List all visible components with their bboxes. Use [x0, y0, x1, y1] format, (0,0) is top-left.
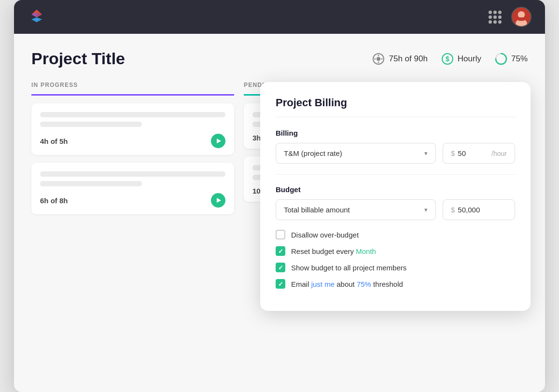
- top-nav: [14, 0, 545, 34]
- budget-currency-symbol: $: [451, 206, 455, 214]
- svg-point-12: [378, 55, 379, 56]
- project-title: Project Title: [31, 49, 125, 68]
- svg-point-11: [381, 58, 383, 59]
- app-window: Project Title 75h of 90h: [14, 0, 545, 392]
- rate-unit: /hour: [491, 150, 507, 157]
- currency-symbol: $: [451, 149, 455, 157]
- task-line-1: [40, 112, 225, 117]
- project-stats: 75h of 90h $ Hourly: [372, 53, 528, 65]
- task-card: 6h of 8h: [31, 163, 234, 214]
- popup-title: Project Billing: [276, 97, 515, 117]
- chevron-down-icon: ▾: [424, 150, 428, 157]
- budget-type-value: Total billable amount: [284, 206, 350, 214]
- main-content: Project Title 75h of 90h: [14, 34, 545, 392]
- task-card: 4h of 5h: [31, 103, 234, 155]
- task-footer: 6h of 8h: [40, 193, 225, 208]
- show-checkbox[interactable]: [276, 263, 285, 272]
- billing-rate-value: 50: [458, 149, 466, 157]
- billing-value: Hourly: [458, 54, 481, 64]
- email-just-me-link[interactable]: just me: [311, 280, 335, 288]
- kanban-col-in-progress: IN PROGRESS 4h of 5h: [31, 82, 234, 214]
- reset-month-link[interactable]: Month: [356, 247, 376, 255]
- task-footer: 4h of 5h: [40, 134, 225, 148]
- billing-rate-input[interactable]: $ 50 /hour: [443, 143, 515, 164]
- project-header: Project Title 75h of 90h: [31, 49, 528, 68]
- svg-point-5: [518, 11, 525, 18]
- task-line-2: [40, 122, 142, 127]
- email-checkbox[interactable]: [276, 279, 285, 289]
- show-checkbox-row: Show budget to all project members: [276, 263, 515, 272]
- billing-form-row: T&M (project rate) ▾ $ 50 /hour: [276, 143, 515, 164]
- play-icon: [217, 139, 221, 143]
- stat-billing: $ Hourly: [441, 53, 481, 65]
- progress-icon: [495, 53, 507, 65]
- show-label: Show budget to all project members: [291, 264, 406, 272]
- time-value: 75h of 90h: [389, 54, 427, 64]
- disallow-checkbox-row: Disallow over-budget: [276, 230, 515, 239]
- svg-point-9: [377, 57, 380, 61]
- grid-icon[interactable]: [489, 11, 502, 24]
- task-line-1: [40, 171, 225, 177]
- play-button[interactable]: [211, 134, 225, 148]
- progress-value: 75%: [511, 54, 528, 64]
- chevron-down-icon: ▾: [424, 206, 428, 213]
- play-icon: [217, 198, 221, 203]
- budget-type-select[interactable]: Total billable amount ▾: [276, 199, 436, 220]
- svg-marker-2: [31, 17, 42, 22]
- svg-point-13: [378, 61, 379, 63]
- billing-popup: Project Billing Billing T&M (project rat…: [260, 82, 531, 311]
- stat-time: 75h of 90h: [372, 53, 427, 65]
- task-line-2: [40, 181, 142, 186]
- disallow-label: Disallow over-budget: [291, 231, 359, 239]
- billing-section-label: Billing: [276, 129, 515, 137]
- budget-amount-input[interactable]: $ 50,000: [443, 199, 515, 220]
- svg-text:$: $: [446, 55, 449, 63]
- email-threshold-link[interactable]: 75%: [357, 280, 371, 288]
- play-button[interactable]: [211, 193, 225, 208]
- logo-icon[interactable]: [28, 8, 46, 26]
- reset-checkbox[interactable]: [276, 246, 285, 256]
- nav-right: [489, 7, 531, 27]
- reset-checkbox-row: Reset budget every Month: [276, 246, 515, 256]
- svg-point-10: [375, 58, 376, 59]
- divider: [276, 174, 515, 175]
- email-label: Email just me about 75% threshold: [291, 280, 403, 288]
- task-time: 4h of 5h: [40, 137, 68, 145]
- avatar[interactable]: [511, 7, 531, 27]
- svg-rect-7: [518, 17, 525, 21]
- stat-progress: 75%: [495, 53, 528, 65]
- budget-section-label: Budget: [276, 185, 515, 194]
- billing-type-select[interactable]: T&M (project rate) ▾: [276, 143, 436, 164]
- time-icon: [372, 53, 385, 65]
- task-time: 6h of 8h: [40, 196, 68, 205]
- disallow-checkbox[interactable]: [276, 230, 285, 239]
- budget-form-row: Total billable amount ▾ $ 50,000: [276, 199, 515, 220]
- budget-amount-value: 50,000: [458, 206, 480, 214]
- billing-icon: $: [441, 53, 454, 65]
- billing-type-value: T&M (project rate): [284, 149, 342, 157]
- email-checkbox-row: Email just me about 75% threshold: [276, 279, 515, 289]
- reset-label: Reset budget every Month: [291, 247, 376, 255]
- col-header-in-progress: IN PROGRESS: [31, 82, 234, 96]
